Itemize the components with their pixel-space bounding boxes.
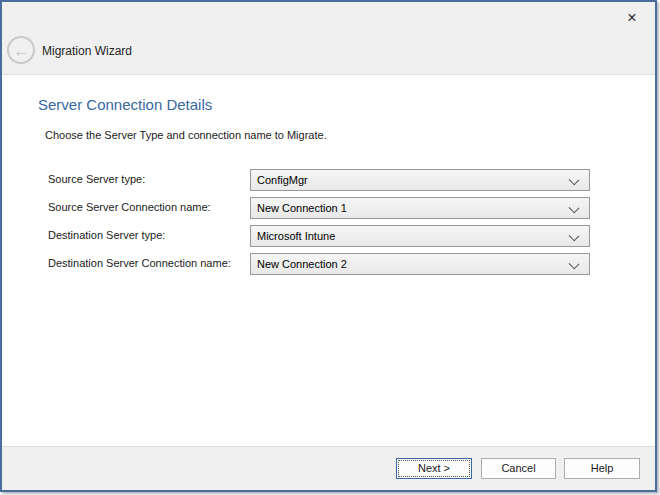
destination-server-type-value: Microsoft Intune [257, 226, 335, 247]
migration-wizard-window: × ← Migration Wizard Server Connection D… [0, 0, 657, 492]
destination-connection-name-value: New Connection 2 [257, 254, 347, 275]
chevron-down-icon [569, 175, 580, 186]
destination-server-type-label: Destination Server type: [48, 229, 165, 241]
page-title: Server Connection Details [38, 96, 212, 113]
destination-server-type-row: Destination Server type: Microsoft Intun… [2, 225, 655, 247]
destination-connection-name-dropdown[interactable]: New Connection 2 [250, 253, 590, 275]
close-button[interactable]: × [617, 6, 647, 30]
page-instruction: Choose the Server Type and connection na… [45, 129, 327, 141]
source-server-type-dropdown[interactable]: ConfigMgr [250, 169, 590, 191]
close-icon: × [627, 9, 636, 27]
chevron-down-icon [569, 259, 580, 270]
source-connection-name-label: Source Server Connection name: [48, 201, 211, 213]
destination-connection-name-label: Destination Server Connection name: [48, 257, 231, 269]
wizard-footer: Next > Cancel Help [2, 446, 655, 490]
next-button[interactable]: Next > [396, 458, 472, 479]
source-connection-name-value: New Connection 1 [257, 198, 347, 219]
source-server-type-value: ConfigMgr [257, 170, 308, 191]
source-server-type-label: Source Server type: [48, 173, 145, 185]
wizard-content: Server Connection Details Choose the Ser… [2, 76, 655, 442]
destination-connection-name-row: Destination Server Connection name: New … [2, 253, 655, 275]
wizard-header: × ← Migration Wizard [2, 2, 655, 75]
destination-server-type-dropdown[interactable]: Microsoft Intune [250, 225, 590, 247]
back-button[interactable]: ← [7, 36, 35, 64]
chevron-down-icon [569, 203, 580, 214]
source-connection-name-dropdown[interactable]: New Connection 1 [250, 197, 590, 219]
wizard-title: Migration Wizard [42, 44, 132, 58]
back-arrow-icon: ← [14, 43, 29, 58]
cancel-button[interactable]: Cancel [481, 458, 556, 479]
source-server-type-row: Source Server type: ConfigMgr [2, 169, 655, 191]
chevron-down-icon [569, 231, 580, 242]
help-button[interactable]: Help [564, 458, 640, 479]
source-connection-name-row: Source Server Connection name: New Conne… [2, 197, 655, 219]
